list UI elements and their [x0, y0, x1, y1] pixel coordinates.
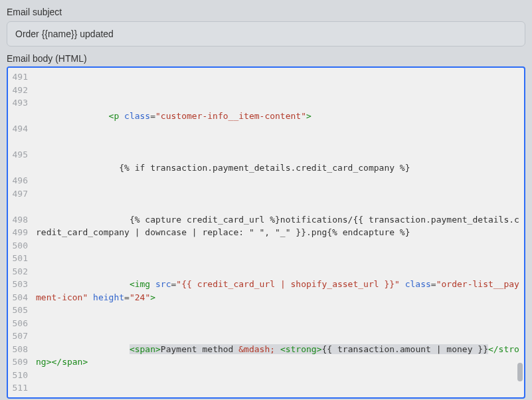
email-body-label: Email body (HTML)	[0, 53, 532, 66]
editor-scroll-thumb[interactable]	[517, 363, 523, 381]
email-body-editor[interactable]: 491492493 494 495 496497 498499500501502…	[7, 66, 525, 399]
editor-code[interactable]: <p class="customer-info__item-content"> …	[32, 68, 524, 397]
email-subject-field	[7, 21, 525, 47]
email-subject-input[interactable]	[7, 21, 525, 47]
editor-scrollbar[interactable]	[516, 68, 523, 397]
editor-gutter: 491492493 494 495 496497 498499500501502…	[8, 68, 32, 397]
email-subject-label: Email subject	[0, 0, 532, 21]
